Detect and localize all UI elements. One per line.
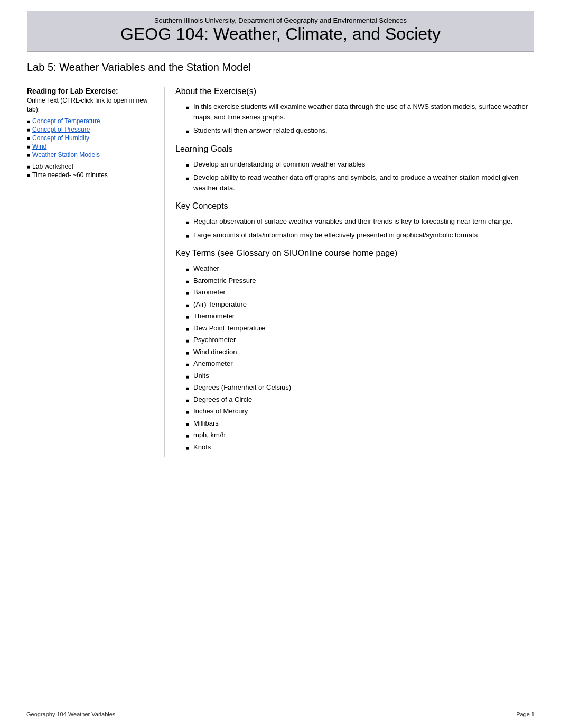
term-text-7: Psychrometer <box>193 335 236 345</box>
term-text-1: Weather <box>193 263 219 274</box>
term-text-10: Units <box>193 371 209 381</box>
term-item-3: ■Barometer <box>186 287 534 298</box>
term-text-6: Dew Point Temperature <box>193 323 265 334</box>
term-item-6: ■Dew Point Temperature <box>186 323 534 334</box>
concept-item-1: ■ Regular observation of surface weather… <box>186 216 534 227</box>
bullet-icon: ■ <box>186 289 189 297</box>
content-row: Reading for Lab Exercise: Online Text (C… <box>27 87 534 457</box>
term-text-9: Anemometer <box>193 358 232 369</box>
bullet-icon: ■ <box>186 127 189 135</box>
link-wind[interactable]: Wind <box>32 143 46 150</box>
term-text-12: Degrees of a Circle <box>193 394 252 405</box>
concept-item-2: ■ Large amounts of data/information may … <box>186 230 534 241</box>
bullet-icon: ■ <box>186 397 189 404</box>
header-title: GEOG 104: Weather, Climate, and Society <box>38 24 523 44</box>
list-item-temperature[interactable]: ■ Concept of Temperature <box>27 117 154 125</box>
term-text-4: (Air) Temperature <box>193 299 247 310</box>
bullet-icon: ■ <box>186 174 189 182</box>
bullet-icon: ■ <box>186 325 189 333</box>
link-station-models[interactable]: Weather Station Models <box>32 151 100 159</box>
learning-text-1: Develop an understanding of common weath… <box>193 159 365 170</box>
bullet-icon: ■ <box>27 135 30 141</box>
footer: Geography 104 Weather Variables Page 1 <box>26 711 535 717</box>
bullet-icon: ■ <box>186 278 189 285</box>
learning-text-2: Develop ability to read weather data off… <box>193 172 534 193</box>
learning-item-1: ■ Develop an understanding of common wea… <box>186 159 534 170</box>
list-item-humidity[interactable]: ■ Concept of Humidity <box>27 134 154 142</box>
bullet-icon: ■ <box>186 265 189 273</box>
footer-right: Page 1 <box>516 711 535 717</box>
bullet-icon: ■ <box>186 337 189 345</box>
list-item-station-models[interactable]: ■ Weather Station Models <box>27 151 154 159</box>
term-text-3: Barometer <box>193 287 226 298</box>
footer-left: Geography 104 Weather Variables <box>26 711 115 717</box>
term-item-1: ■Weather <box>186 263 534 274</box>
concept-text-1: Regular observation of surface weather v… <box>193 216 512 227</box>
about-title: About the Exercise(s) <box>175 87 534 96</box>
bullet-icon: ■ <box>186 104 189 112</box>
term-item-4: ■(Air) Temperature <box>186 299 534 310</box>
term-text-16: Knots <box>193 442 211 453</box>
concept-text-2: Large amounts of data/information may be… <box>193 230 478 241</box>
term-item-14: ■Millibars <box>186 418 534 429</box>
link-temperature[interactable]: Concept of Temperature <box>32 117 100 125</box>
term-item-16: ■Knots <box>186 442 534 453</box>
list-item-worksheet: ■ Lab worksheet <box>27 163 154 170</box>
key-concepts-list: ■ Regular observation of surface weather… <box>175 216 534 240</box>
term-text-13: Inches of Mercury <box>193 406 248 417</box>
term-item-7: ■Psychrometer <box>186 335 534 345</box>
bullet-icon: ■ <box>186 232 189 240</box>
bullet-icon: ■ <box>186 349 189 357</box>
term-item-15: ■mph, km/h <box>186 430 534 440</box>
header-box: Southern Illinois University, Department… <box>27 11 534 52</box>
term-item-5: ■Thermometer <box>186 311 534 321</box>
list-item-pressure[interactable]: ■ Concept of Pressure <box>27 126 154 133</box>
header-institution: Southern Illinois University, Department… <box>38 16 523 24</box>
term-text-2: Barometric Pressure <box>193 275 256 286</box>
key-concepts-title: Key Concepts <box>175 201 534 211</box>
key-terms-title: Key Terms (see Glossary on SIUOnline cou… <box>175 248 534 258</box>
links-list: ■ Concept of Temperature ■ Concept of Pr… <box>27 117 154 159</box>
time-label: Time needed- ~60 minutes <box>32 171 108 179</box>
learning-list: ■ Develop an understanding of common wea… <box>175 159 534 193</box>
bullet-icon: ■ <box>27 172 30 178</box>
bullet-icon: ■ <box>27 164 30 170</box>
bullet-icon: ■ <box>186 408 189 416</box>
link-humidity[interactable]: Concept of Humidity <box>32 134 89 142</box>
bullet-icon: ■ <box>186 432 189 440</box>
lab-title: Lab 5: Weather Variables and the Station… <box>27 61 534 77</box>
term-item-9: ■Anemometer <box>186 358 534 369</box>
extras-list: ■ Lab worksheet ■ Time needed- ~60 minut… <box>27 163 154 179</box>
list-item-wind[interactable]: ■ Wind <box>27 143 154 150</box>
term-text-11: Degrees (Fahrenheit or Celsius) <box>193 382 291 393</box>
bullet-icon: ■ <box>27 144 30 150</box>
bullet-icon: ■ <box>186 444 189 452</box>
list-item-time: ■ Time needed- ~60 minutes <box>27 171 154 179</box>
term-item-13: ■Inches of Mercury <box>186 406 534 417</box>
reading-subtext: Online Text (CTRL-click link to open in … <box>27 96 154 114</box>
about-text-2: Students will then answer related questi… <box>193 125 328 136</box>
right-column: About the Exercise(s) ■ In this exercise… <box>164 87 534 457</box>
reading-heading: Reading for Lab Exercise: <box>27 87 154 95</box>
left-column: Reading for Lab Exercise: Online Text (C… <box>27 87 164 183</box>
about-text-1: In this exercise students will examine w… <box>193 102 534 122</box>
term-item-12: ■Degrees of a Circle <box>186 394 534 405</box>
bullet-icon: ■ <box>186 218 189 226</box>
bullet-icon: ■ <box>27 127 30 133</box>
key-terms-list: ■Weather■Barometric Pressure■Barometer■(… <box>175 263 534 452</box>
bullet-icon: ■ <box>186 361 189 368</box>
about-list: ■ In this exercise students will examine… <box>175 102 534 136</box>
term-text-14: Millibars <box>193 418 219 429</box>
term-item-10: ■Units <box>186 371 534 381</box>
term-item-2: ■Barometric Pressure <box>186 275 534 286</box>
term-text-15: mph, km/h <box>193 430 226 440</box>
term-item-11: ■Degrees (Fahrenheit or Celsius) <box>186 382 534 393</box>
link-pressure[interactable]: Concept of Pressure <box>32 126 90 133</box>
bullet-icon: ■ <box>186 420 189 428</box>
learning-title: Learning Goals <box>175 144 534 154</box>
bullet-icon: ■ <box>186 161 189 169</box>
bullet-icon: ■ <box>27 152 30 158</box>
bullet-icon: ■ <box>27 118 30 124</box>
term-text-5: Thermometer <box>193 311 235 321</box>
about-item-1: ■ In this exercise students will examine… <box>186 102 534 122</box>
